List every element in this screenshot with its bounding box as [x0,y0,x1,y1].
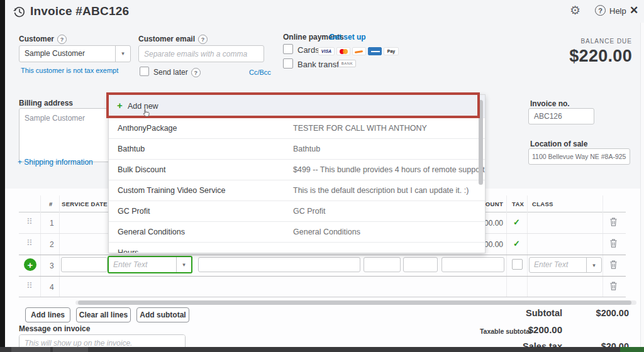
rate-input[interactable] [403,257,438,272]
location-of-sale-input[interactable] [528,148,630,165]
app-window: Invoice #ABC126 ⚙ ? Help ✕ Customer? Sam… [0,0,644,352]
page-title: Invoice #ABC126 [30,4,129,18]
trash-icon[interactable] [609,217,618,229]
location-of-sale-label: Location of sale [530,140,587,148]
dropdown-item[interactable]: Custom Training Video Service This is th… [109,180,485,201]
subtotal-label: Subtotal [526,308,562,318]
customer-email-input[interactable] [138,45,264,62]
balance-due-label: BALANCE DUE [580,38,632,45]
add-lines-button[interactable]: Add lines [25,307,70,322]
item-description: $499 -- This bundle provides 4 hours of … [293,165,486,174]
taxable-subtotal-value: $200.00 [528,324,562,335]
customer-email-label: Customer email? [138,35,208,44]
video-frame-left-edge [0,0,5,352]
product-service-placeholder: Enter Text [113,260,147,269]
send-later-checkbox[interactable] [140,67,149,76]
table-hscrollbar-thumb[interactable] [78,300,631,305]
dropdown-item[interactable]: General Conditions General Conditions [109,221,485,243]
dropdown-item[interactable]: GC Profit GC Profit [109,201,485,222]
class-select[interactable]: Enter Text ▾ [529,257,602,273]
product-service-select[interactable]: Enter Text ▾ [108,256,192,273]
amount-input[interactable] [441,257,504,272]
item-description: Bathtub [293,145,320,153]
subtotal-value: $200.00 [596,308,629,318]
col-header-service-date: SERVICE DATE [62,201,108,207]
video-progress-segment [620,347,644,352]
visa-icon: VISA [318,47,335,55]
taxable-subtotal-label: Taxable subtotal [480,327,531,335]
send-later-help-icon[interactable]: ? [191,68,201,77]
cards-label: Cards [297,45,319,55]
row-number: 1 [50,219,54,228]
recurring-invoice-icon [13,5,26,21]
invoice-no-input[interactable] [528,108,594,124]
discover-icon [352,47,366,55]
shipping-information-link[interactable]: + Shipping information [18,158,93,167]
tax-check-icon[interactable]: ✓ [513,217,520,227]
class-placeholder: Enter Text [534,260,568,269]
item-name: Bathtub [118,145,145,153]
row-drag-handle[interactable]: ⠿ [26,281,32,290]
billing-address-label: Billing address [19,99,73,107]
table-hscrollbar-track[interactable] [75,300,636,305]
item-description: TESTER FOR CALL WITH ANTHONY [293,124,427,133]
item-description: GC Profit [293,207,325,216]
add-row-icon[interactable]: + [24,258,36,271]
ccbcc-link[interactable]: Cc/Bcc [249,69,271,76]
trash-icon[interactable] [609,281,618,294]
item-name: Bulk Discount [118,165,165,174]
chevron-down-icon[interactable]: ▾ [176,257,191,272]
bank-icon: BANK [338,60,356,67]
balance-due-amount: $220.00 [569,47,632,66]
help-glyph: ? [598,7,602,14]
dropdown-item[interactable]: Bulk Discount $499 -- This bundle provid… [109,159,485,180]
qty-input[interactable] [364,257,401,272]
add-subtotal-button[interactable]: Add subtotal [136,307,189,322]
dropdown-item[interactable]: Bathtub Bathtub [109,138,485,160]
col-header-class: CLASS [532,201,553,207]
tax-exempt-link[interactable]: This customer is not tax exempt [21,67,118,74]
row-drag-handle[interactable]: ⠿ [26,217,32,226]
tax-checkbox[interactable] [512,259,523,270]
cursor-icon [141,108,151,121]
page-scrollbar-track[interactable] [640,23,644,347]
card-icons: VISA Pay [318,45,401,57]
item-name: General Conditions [118,228,185,236]
video-timeline-segment [11,347,50,352]
apple-pay-icon: Pay [384,47,399,55]
row-drag-handle[interactable]: ⠿ [26,238,32,248]
customer-select-value: Sample Customer [25,49,85,58]
help-icon[interactable]: ? [595,5,606,16]
row-number: 4 [50,283,54,292]
trash-icon[interactable] [609,260,618,272]
amex-icon [368,47,382,55]
dropdown-item[interactable]: Hours [109,242,485,253]
clear-all-lines-button[interactable]: Clear all lines [76,307,131,322]
row-number: 3 [50,261,54,270]
chevron-down-icon[interactable]: ▾ [586,258,601,272]
customer-label: Customer? [19,35,67,44]
dropdown-item[interactable]: AnthonyPackage TESTER FOR CALL WITH ANTH… [109,118,485,139]
service-date-input[interactable] [61,257,108,272]
customer-help-icon[interactable]: ? [57,35,67,44]
get-set-up-link[interactable]: Get set up [329,33,366,41]
help-label[interactable]: Help [609,6,626,16]
email-help-icon[interactable]: ? [198,35,208,44]
bank-transfer-checkbox[interactable] [283,58,293,69]
description-input[interactable] [198,257,360,272]
annotation-red-box [106,92,480,118]
trash-icon[interactable] [609,238,618,251]
row-number: 2 [50,240,54,249]
invoice-no-label: Invoice no. [530,99,570,108]
cards-checkbox[interactable] [283,44,293,54]
tax-check-icon[interactable]: ✓ [513,239,520,248]
close-icon[interactable]: ✕ [630,4,638,17]
message-on-invoice-label: Message on invoice [19,324,90,333]
customer-select[interactable]: Sample Customer ▾ [19,45,131,62]
chevron-down-icon[interactable]: ▾ [115,46,130,62]
col-header-tax: TAX [512,201,524,207]
mastercard-icon [336,47,350,55]
video-bottom-bar[interactable] [0,347,644,352]
item-name: Hours [118,248,138,253]
gear-icon[interactable]: ⚙ [570,3,580,18]
